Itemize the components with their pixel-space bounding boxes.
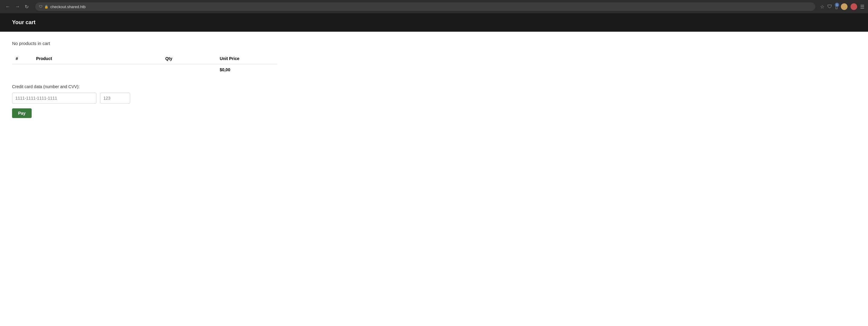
address-bar[interactable]: 🛡 🔒 checkout.shared.htb bbox=[35, 2, 815, 11]
main-content: No products in cart # Product Qty Unit P… bbox=[0, 32, 289, 127]
nav-buttons: ← → ↻ bbox=[4, 3, 30, 11]
table-header-row: # Product Qty Unit Price bbox=[12, 53, 277, 64]
credit-card-section: Credit card data (number and CVV): Pay bbox=[12, 84, 277, 118]
user-avatar-2[interactable] bbox=[850, 3, 857, 10]
page-header: Your cart bbox=[0, 13, 868, 32]
card-number-input[interactable] bbox=[12, 93, 96, 104]
credit-card-label: Credit card data (number and CVV): bbox=[12, 84, 277, 89]
forward-button[interactable]: → bbox=[13, 3, 22, 10]
total-row: $0,00 bbox=[12, 64, 277, 76]
badge-count: 1 bbox=[835, 3, 839, 7]
user-avatar-1[interactable] bbox=[841, 3, 847, 10]
cvv-input[interactable] bbox=[100, 93, 130, 104]
browser-chrome: ← → ↻ 🛡 🔒 checkout.shared.htb ☆ 🛡 ▯ 1 ☰ bbox=[0, 0, 868, 13]
cart-table: # Product Qty Unit Price $0,00 bbox=[12, 53, 277, 75]
col-price-header: Unit Price bbox=[216, 53, 277, 64]
total-empty-1 bbox=[12, 64, 33, 76]
shield-icon: 🛡 bbox=[39, 4, 42, 9]
reload-button[interactable]: ↻ bbox=[23, 3, 30, 11]
empty-cart-message: No products in cart bbox=[12, 41, 277, 46]
pay-button[interactable]: Pay bbox=[12, 108, 32, 118]
total-empty-2 bbox=[33, 64, 162, 76]
browser-shield-icon[interactable]: 🛡 bbox=[827, 4, 832, 9]
url-display: checkout.shared.htb bbox=[50, 4, 812, 9]
card-inputs bbox=[12, 93, 277, 104]
menu-icon[interactable]: ☰ bbox=[860, 4, 864, 10]
extensions-badge[interactable]: ▯ 1 bbox=[835, 4, 838, 10]
browser-actions: ☆ 🛡 ▯ 1 ☰ bbox=[820, 3, 864, 10]
col-product-header: Product bbox=[33, 53, 162, 64]
bookmark-icon[interactable]: ☆ bbox=[820, 4, 824, 10]
total-amount: $0,00 bbox=[216, 64, 277, 76]
back-button[interactable]: ← bbox=[4, 3, 12, 10]
col-hash-header: # bbox=[12, 53, 33, 64]
lock-icon: 🔒 bbox=[44, 5, 49, 9]
total-empty-3 bbox=[161, 64, 216, 76]
col-qty-header: Qty bbox=[161, 53, 216, 64]
page-title: Your cart bbox=[12, 19, 856, 26]
